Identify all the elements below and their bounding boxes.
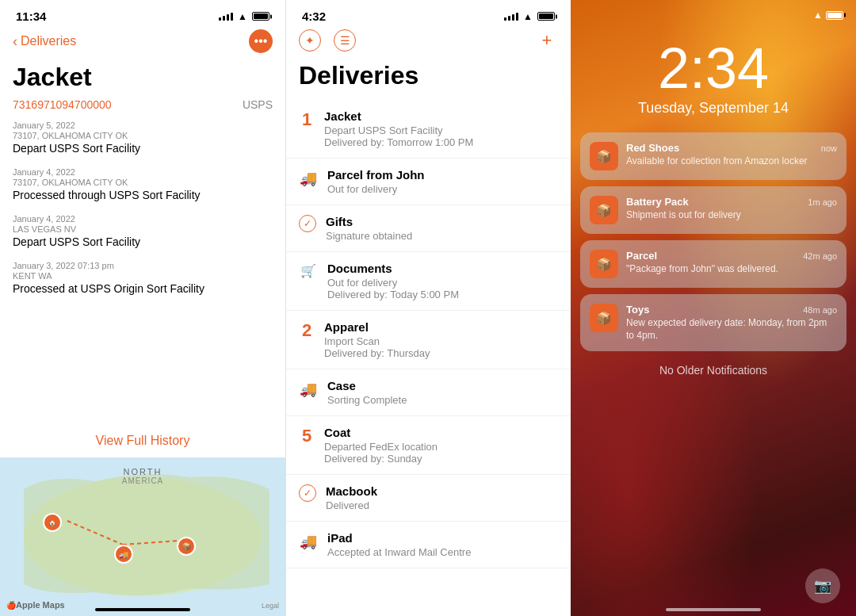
wifi-icon: ▲ (238, 11, 247, 22)
battery-icon-1 (252, 12, 269, 21)
delivery-content: Apparel Import Scan Delivered by: Thursd… (324, 320, 558, 359)
battery-icon-2 (537, 12, 555, 21)
wifi-icon-2: ▲ (523, 11, 533, 22)
list-item: January 4, 2022 LAS VEGAS NV Depart USPS… (13, 214, 273, 248)
delivery-name: Jacket (324, 109, 558, 123)
delivery-content: Coat Departed FedEx location Delivered b… (324, 426, 558, 465)
list-item[interactable]: 1 Jacket Depart USPS Sort Facility Deliv… (286, 100, 571, 159)
status-time-2: 4:32 (302, 10, 326, 23)
notif-header: Battery Pack 1m ago (626, 196, 837, 208)
status-bar-1: 11:34 ▲ (0, 0, 285, 26)
status-bar-2: 4:32 ▲ (286, 0, 571, 26)
panel-deliveries-list: 4:32 ▲ ✦ ☰ + Deliveries 1 Jacket (285, 0, 571, 616)
list-item[interactable]: 5 Coat Departed FedEx location Delivered… (286, 416, 571, 475)
notification-card[interactable]: 📦 Toys 48m ago New expected delivery dat… (580, 294, 846, 351)
history-desc: Processed through USPS Sort Facility (13, 189, 273, 201)
map-pin-dest: 📦 (177, 537, 196, 556)
list-item: January 4, 2022 73107, OKLAHOMA CITY OK … (13, 167, 273, 201)
history-date: January 4, 2022 (13, 214, 273, 224)
list-item: January 5, 2022 73107, OKLAHOMA CITY OK … (13, 121, 273, 155)
notif-body: New expected delivery date: Monday, from… (626, 317, 837, 342)
notif-body: Shipment is out for delivery (626, 209, 837, 222)
delivery-status: Signature obtained (326, 230, 558, 242)
delivery-status: Delivered (326, 499, 558, 511)
delivery-content: Case Sorting Complete (327, 379, 558, 406)
delivery-status: Departed FedEx location (324, 441, 558, 453)
ls-bottom-bar: 📷 (571, 556, 856, 616)
deliveries-list: 1 Jacket Depart USPS Sort Facility Deliv… (286, 100, 571, 616)
notification-card[interactable]: 📦 Parcel 42m ago "Package from John" was… (580, 240, 846, 288)
notif-package-icon: 📦 (590, 196, 618, 224)
notification-card[interactable]: 📦 Battery Pack 1m ago Shipment is out fo… (580, 186, 846, 234)
list-item[interactable]: 🛒 Documents Out for delivery Delivered b… (286, 252, 571, 311)
view-full-history-button[interactable]: View Full History (0, 424, 285, 457)
filter-icon-button[interactable]: ☰ (334, 29, 356, 52)
list-item[interactable]: ✓ Macbook Delivered (286, 475, 571, 522)
notif-body: Available for collection from Amazon loc… (626, 155, 837, 168)
delivery-name: Documents (327, 262, 558, 275)
tracking-number: 7316971094700000 (13, 98, 112, 111)
delivery-content: Macbook Delivered (326, 484, 558, 511)
no-older-notifications: No Older Notifications (580, 358, 846, 383)
apple-maps-logo: 🍎Apple Maps (6, 600, 65, 610)
list-item[interactable]: 🚚 iPad Accepted at Inward Mail Centre (286, 522, 571, 568)
delivery-content: Gifts Signature obtained (326, 215, 558, 242)
history-location: KENT WA (13, 271, 273, 281)
notif-content: Parcel 42m ago "Package from John" was d… (626, 250, 837, 276)
delivery-eta: Delivered by: Thursday (324, 347, 558, 359)
notif-content: Battery Pack 1m ago Shipment is out for … (626, 196, 837, 222)
history-list: January 5, 2022 73107, OKLAHOMA CITY OK … (0, 121, 285, 424)
ls-status-bar: ▲ (571, 0, 856, 24)
delivery-number: 5 (299, 426, 315, 445)
add-delivery-button[interactable]: + (536, 29, 558, 52)
status-icons-1: ▲ (219, 11, 269, 22)
delivery-status: Out for delivery (327, 183, 558, 195)
notif-body: "Package from John" was delivered. (626, 263, 837, 276)
delivery-content: Parcel from John Out for delivery (327, 168, 558, 195)
status-icons-2: ▲ (504, 11, 555, 22)
history-location: 73107, OKLAHOMA CITY OK (13, 178, 273, 187)
notif-package-icon: 📦 (590, 304, 618, 332)
lockscreen-time: 2:34 (583, 40, 843, 97)
more-options-button[interactable]: ••• (249, 29, 273, 53)
notif-time: 1m ago (808, 197, 837, 207)
lockscreen-time-area: 2:34 Tuesday, September 14 (571, 24, 856, 120)
camera-button[interactable]: 📷 (805, 568, 840, 603)
delivery-content: Documents Out for delivery Delivered by:… (327, 262, 558, 300)
status-time-1: 11:34 (16, 10, 46, 23)
history-date: January 3, 2022 07:13 pm (13, 261, 273, 270)
delivery-name: Case (327, 379, 558, 392)
cart-icon: 🛒 (299, 262, 318, 278)
delivery-eta: Delivered by: Sunday (324, 453, 558, 465)
notif-title: Battery Pack (626, 196, 689, 208)
notif-header: Red Shoes now (626, 142, 837, 154)
notif-time: now (821, 143, 837, 153)
delivery-number: 2 (299, 320, 315, 339)
list-item[interactable]: 🚚 Parcel from John Out for delivery (286, 159, 571, 205)
back-button[interactable]: ‹ Deliveries (13, 33, 76, 50)
notification-card[interactable]: 📦 Red Shoes now Available for collection… (580, 132, 846, 180)
list-item[interactable]: 2 Apparel Import Scan Delivered by: Thur… (286, 311, 571, 369)
delivery-name: Macbook (326, 484, 558, 498)
notif-title: Red Shoes (626, 142, 679, 154)
list-item: January 3, 2022 07:13 pm KENT WA Process… (13, 261, 273, 295)
history-desc: Depart USPS Sort Facility (13, 142, 273, 155)
delivery-content: iPad Accepted at Inward Mail Centre (327, 531, 558, 558)
history-desc: Processed at USPS Origin Sort Facility (13, 282, 273, 295)
ls-battery-icon (826, 11, 843, 20)
notif-header: Parcel 42m ago (626, 250, 837, 262)
history-location: 73107, OKLAHOMA CITY OK (13, 131, 273, 140)
notif-time: 48m ago (803, 305, 837, 315)
map-pin-origin: 🏠 (43, 513, 62, 532)
list-item[interactable]: ✓ Gifts Signature obtained (286, 205, 571, 252)
panel-lockscreen: ▲ 2:34 Tuesday, September 14 📦 Red Shoes… (571, 0, 856, 616)
check-circle-icon: ✓ (299, 484, 316, 502)
settings-icon-button[interactable]: ✦ (299, 29, 321, 52)
list-item[interactable]: 🚚 Case Sorting Complete (286, 369, 571, 416)
delivery-name: Coat (324, 426, 558, 439)
history-desc: Depart USPS Sort Facility (13, 235, 273, 248)
delivery-name: Gifts (326, 215, 558, 228)
map-pin-current: 🚚 (114, 545, 133, 564)
notif-title: Parcel (626, 250, 657, 262)
notif-package-icon: 📦 (590, 142, 618, 170)
